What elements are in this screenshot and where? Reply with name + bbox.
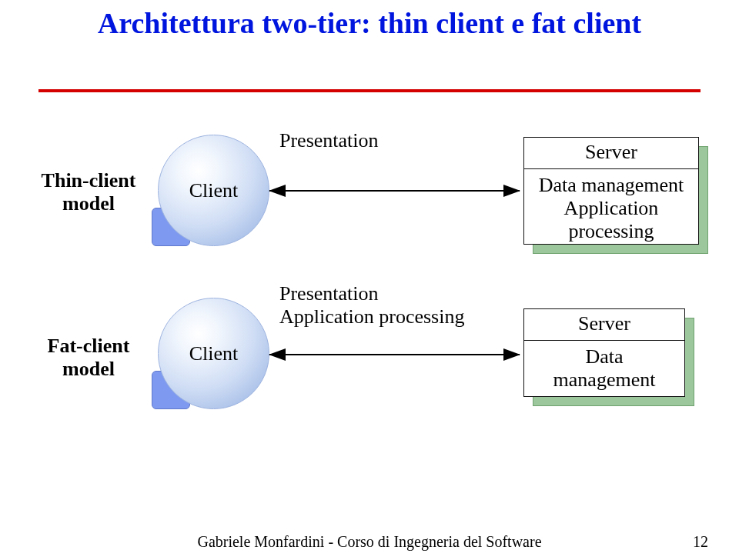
fat-client-row: Fat-client model Client Presentation App… <box>0 281 739 423</box>
thin-client-node-label: Client <box>189 179 239 202</box>
thin-client-server-body-l1: Data management <box>539 174 684 196</box>
fat-client-label-l2: model <box>62 358 115 380</box>
slide: Architettura two-tier: thin client e fat… <box>0 0 739 560</box>
arrow-left-icon <box>269 185 286 197</box>
thin-client-over-arrow-l1: Presentation <box>279 129 379 152</box>
client-circle-icon: Client <box>158 298 269 409</box>
fat-client-server-body: Data management <box>524 341 684 399</box>
page-number: 12 <box>693 533 708 551</box>
slide-title: Architettura two-tier: thin client e fat… <box>0 6 739 42</box>
fat-client-over-arrow-text: Presentation Application processing <box>279 282 464 328</box>
thin-client-server-body-l3: processing <box>568 220 654 242</box>
client-circle-icon: Client <box>158 135 269 246</box>
fat-client-server-body-l1: Data <box>585 345 623 368</box>
fat-client-node-label: Client <box>189 342 239 365</box>
fat-client-server-title: Server <box>524 309 684 341</box>
fat-client-label-l1: Fat-client <box>48 335 130 357</box>
fat-client-over-arrow-l2: Application processing <box>279 305 464 328</box>
thin-client-server-body-l2: Application <box>564 197 659 219</box>
title-underline <box>38 89 701 92</box>
fat-client-server-body-l2: management <box>553 368 656 391</box>
thin-client-row: Thin-client model Client Presentation Se… <box>0 123 739 262</box>
thin-client-connector <box>269 190 520 192</box>
thin-client-over-arrow-text: Presentation <box>279 129 379 152</box>
thin-client-label-l2: model <box>62 192 115 215</box>
fat-client-connector <box>269 354 520 355</box>
footer-text: Gabriele Monfardini - Corso di Ingegneri… <box>0 533 739 551</box>
fat-client-server-box: Server Data management <box>523 308 685 397</box>
thin-client-server-box: Server Data management Application proce… <box>523 137 699 245</box>
thin-client-server-title: Server <box>524 138 698 169</box>
fat-client-label: Fat-client model <box>23 335 154 381</box>
thin-client-server-body: Data management Application processing <box>524 169 698 251</box>
arrow-right-icon <box>503 185 520 197</box>
arrow-right-icon <box>503 348 520 361</box>
thin-client-label-l1: Thin-client <box>42 169 136 192</box>
thin-client-label: Thin-client model <box>23 169 154 215</box>
arrow-left-icon <box>269 348 286 361</box>
fat-client-over-arrow-l1: Presentation <box>279 282 379 305</box>
